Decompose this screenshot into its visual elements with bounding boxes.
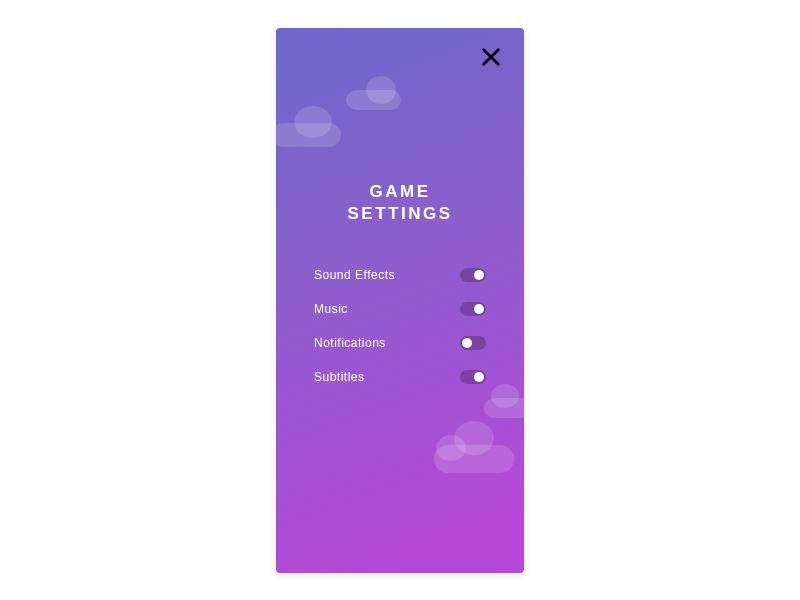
- toggle-subtitles[interactable]: [460, 370, 486, 384]
- title-line-1: GAME: [276, 181, 524, 204]
- toggle-notifications[interactable]: [460, 336, 486, 350]
- setting-row-sound-effects: Sound Effects: [314, 258, 486, 292]
- settings-panel: GAME SETTINGS Sound Effects Music Notifi…: [276, 28, 524, 573]
- settings-list: Sound Effects Music Notifications Subtit…: [314, 258, 486, 394]
- toggle-sound-effects[interactable]: [460, 268, 486, 282]
- setting-label: Sound Effects: [314, 268, 395, 282]
- setting-label: Music: [314, 302, 348, 316]
- setting-label: Notifications: [314, 336, 386, 350]
- title-line-2: SETTINGS: [276, 203, 524, 226]
- page-title: GAME SETTINGS: [276, 181, 524, 227]
- close-button[interactable]: [480, 46, 502, 68]
- close-icon: [480, 46, 502, 68]
- setting-row-music: Music: [314, 292, 486, 326]
- setting-row-notifications: Notifications: [314, 326, 486, 360]
- cloud-decoration: [491, 384, 519, 408]
- toggle-music[interactable]: [460, 302, 486, 316]
- cloud-decoration: [366, 76, 396, 104]
- cloud-decoration: [294, 106, 332, 138]
- cloud-decoration: [436, 435, 466, 461]
- setting-row-subtitles: Subtitles: [314, 360, 486, 394]
- setting-label: Subtitles: [314, 370, 365, 384]
